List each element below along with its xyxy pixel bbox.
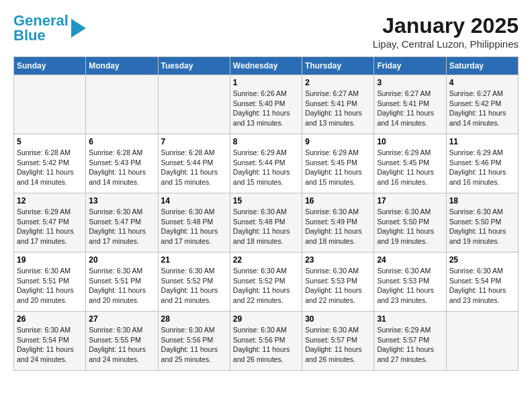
calendar-cell: 28 Sunrise: 6:30 AMSunset: 5:56 PMDaylig… bbox=[158, 312, 230, 371]
cell-info: Sunrise: 6:27 AMSunset: 5:41 PMDaylight:… bbox=[377, 89, 434, 127]
cell-info: Sunrise: 6:30 AMSunset: 5:57 PMDaylight:… bbox=[305, 326, 362, 363]
calendar-cell: 5 Sunrise: 6:28 AMSunset: 5:42 PMDayligh… bbox=[14, 134, 86, 193]
calendar-cell: 9 Sunrise: 6:29 AMSunset: 5:45 PMDayligh… bbox=[302, 134, 374, 193]
cell-info: Sunrise: 6:30 AMSunset: 5:49 PMDaylight:… bbox=[305, 208, 362, 245]
logo-text: General Blue bbox=[13, 13, 69, 43]
calendar-cell bbox=[158, 75, 230, 134]
day-number: 30 bbox=[305, 314, 371, 324]
day-number: 14 bbox=[161, 196, 227, 205]
calendar-table: SundayMondayTuesdayWednesdayThursdayFrid… bbox=[13, 56, 519, 371]
cell-info: Sunrise: 6:27 AMSunset: 5:41 PMDaylight:… bbox=[305, 89, 362, 127]
calendar-cell: 24 Sunrise: 6:30 AMSunset: 5:53 PMDaylig… bbox=[374, 253, 446, 312]
cell-info: Sunrise: 6:30 AMSunset: 5:54 PMDaylight:… bbox=[17, 326, 74, 363]
cell-info: Sunrise: 6:30 AMSunset: 5:48 PMDaylight:… bbox=[161, 208, 218, 245]
logo-blue: Blue bbox=[13, 27, 46, 44]
calendar-cell: 25 Sunrise: 6:30 AMSunset: 5:54 PMDaylig… bbox=[446, 253, 518, 312]
calendar-cell: 6 Sunrise: 6:28 AMSunset: 5:43 PMDayligh… bbox=[86, 134, 158, 193]
cell-info: Sunrise: 6:28 AMSunset: 5:43 PMDaylight:… bbox=[89, 148, 146, 186]
weekday-header-monday: Monday bbox=[86, 57, 158, 75]
day-number: 18 bbox=[449, 196, 515, 205]
day-number: 12 bbox=[17, 196, 83, 205]
cell-info: Sunrise: 6:29 AMSunset: 5:44 PMDaylight:… bbox=[233, 148, 290, 186]
calendar-cell: 8 Sunrise: 6:29 AMSunset: 5:44 PMDayligh… bbox=[230, 134, 302, 193]
cell-info: Sunrise: 6:29 AMSunset: 5:47 PMDaylight:… bbox=[17, 208, 74, 245]
calendar-cell: 13 Sunrise: 6:30 AMSunset: 5:47 PMDaylig… bbox=[86, 193, 158, 253]
day-number: 16 bbox=[305, 196, 371, 205]
calendar-week-row: 5 Sunrise: 6:28 AMSunset: 5:42 PMDayligh… bbox=[14, 134, 519, 193]
cell-info: Sunrise: 6:29 AMSunset: 5:57 PMDaylight:… bbox=[377, 326, 434, 363]
cell-info: Sunrise: 6:30 AMSunset: 5:55 PMDaylight:… bbox=[89, 326, 146, 363]
page-header: General Blue January 2025 Lipay, Central… bbox=[13, 13, 519, 50]
day-number: 31 bbox=[377, 314, 443, 324]
day-number: 17 bbox=[377, 196, 443, 205]
cell-info: Sunrise: 6:30 AMSunset: 5:53 PMDaylight:… bbox=[377, 267, 434, 304]
calendar-cell: 7 Sunrise: 6:28 AMSunset: 5:44 PMDayligh… bbox=[158, 134, 230, 193]
day-number: 26 bbox=[17, 314, 83, 324]
day-number: 28 bbox=[161, 314, 227, 324]
calendar-cell: 15 Sunrise: 6:30 AMSunset: 5:48 PMDaylig… bbox=[230, 193, 302, 253]
cell-info: Sunrise: 6:26 AMSunset: 5:40 PMDaylight:… bbox=[233, 89, 290, 127]
calendar-week-row: 1 Sunrise: 6:26 AMSunset: 5:40 PMDayligh… bbox=[14, 75, 519, 134]
weekday-header-thursday: Thursday bbox=[302, 57, 374, 75]
calendar-cell bbox=[446, 312, 518, 371]
calendar-cell: 14 Sunrise: 6:30 AMSunset: 5:48 PMDaylig… bbox=[158, 193, 230, 253]
weekday-header-sunday: Sunday bbox=[14, 57, 86, 75]
calendar-cell: 3 Sunrise: 6:27 AMSunset: 5:41 PMDayligh… bbox=[374, 75, 446, 134]
weekday-header-saturday: Saturday bbox=[446, 57, 518, 75]
calendar-cell: 10 Sunrise: 6:29 AMSunset: 5:45 PMDaylig… bbox=[374, 134, 446, 193]
calendar-cell: 27 Sunrise: 6:30 AMSunset: 5:55 PMDaylig… bbox=[86, 312, 158, 371]
day-number: 10 bbox=[377, 137, 443, 146]
day-number: 24 bbox=[377, 255, 443, 265]
cell-info: Sunrise: 6:30 AMSunset: 5:56 PMDaylight:… bbox=[233, 326, 290, 363]
calendar-cell: 29 Sunrise: 6:30 AMSunset: 5:56 PMDaylig… bbox=[230, 312, 302, 371]
day-number: 19 bbox=[17, 255, 83, 265]
calendar-cell bbox=[14, 75, 86, 134]
weekday-header-friday: Friday bbox=[374, 57, 446, 75]
day-number: 9 bbox=[305, 137, 371, 146]
calendar-cell: 31 Sunrise: 6:29 AMSunset: 5:57 PMDaylig… bbox=[374, 312, 446, 371]
logo: General Blue bbox=[13, 13, 86, 43]
cell-info: Sunrise: 6:29 AMSunset: 5:45 PMDaylight:… bbox=[377, 148, 434, 186]
day-number: 2 bbox=[305, 78, 371, 87]
cell-info: Sunrise: 6:29 AMSunset: 5:46 PMDaylight:… bbox=[449, 148, 506, 186]
day-number: 3 bbox=[377, 78, 443, 87]
weekday-header-row: SundayMondayTuesdayWednesdayThursdayFrid… bbox=[14, 57, 519, 75]
calendar-cell: 12 Sunrise: 6:29 AMSunset: 5:47 PMDaylig… bbox=[14, 193, 86, 253]
calendar-cell: 16 Sunrise: 6:30 AMSunset: 5:49 PMDaylig… bbox=[302, 193, 374, 253]
svg-marker-0 bbox=[71, 19, 86, 38]
cell-info: Sunrise: 6:30 AMSunset: 5:50 PMDaylight:… bbox=[377, 208, 434, 245]
page-title: January 2025 bbox=[373, 13, 519, 38]
cell-info: Sunrise: 6:30 AMSunset: 5:51 PMDaylight:… bbox=[89, 267, 146, 304]
cell-info: Sunrise: 6:28 AMSunset: 5:42 PMDaylight:… bbox=[17, 148, 74, 186]
cell-info: Sunrise: 6:30 AMSunset: 5:50 PMDaylight:… bbox=[449, 208, 506, 245]
calendar-cell: 19 Sunrise: 6:30 AMSunset: 5:51 PMDaylig… bbox=[14, 253, 86, 312]
calendar-cell: 11 Sunrise: 6:29 AMSunset: 5:46 PMDaylig… bbox=[446, 134, 518, 193]
day-number: 20 bbox=[89, 255, 154, 265]
cell-info: Sunrise: 6:30 AMSunset: 5:52 PMDaylight:… bbox=[233, 267, 290, 304]
day-number: 4 bbox=[449, 78, 515, 87]
day-number: 5 bbox=[17, 137, 83, 146]
cell-info: Sunrise: 6:27 AMSunset: 5:42 PMDaylight:… bbox=[449, 89, 506, 127]
calendar-cell: 4 Sunrise: 6:27 AMSunset: 5:42 PMDayligh… bbox=[446, 75, 518, 134]
calendar-cell: 23 Sunrise: 6:30 AMSunset: 5:53 PMDaylig… bbox=[302, 253, 374, 312]
cell-info: Sunrise: 6:30 AMSunset: 5:52 PMDaylight:… bbox=[161, 267, 218, 304]
calendar-cell: 18 Sunrise: 6:30 AMSunset: 5:50 PMDaylig… bbox=[446, 193, 518, 253]
cell-info: Sunrise: 6:30 AMSunset: 5:51 PMDaylight:… bbox=[17, 267, 74, 304]
day-number: 25 bbox=[449, 255, 515, 265]
day-number: 15 bbox=[233, 196, 299, 205]
calendar-week-row: 12 Sunrise: 6:29 AMSunset: 5:47 PMDaylig… bbox=[14, 193, 519, 253]
cell-info: Sunrise: 6:28 AMSunset: 5:44 PMDaylight:… bbox=[161, 148, 218, 186]
calendar-cell: 17 Sunrise: 6:30 AMSunset: 5:50 PMDaylig… bbox=[374, 193, 446, 253]
calendar-week-row: 26 Sunrise: 6:30 AMSunset: 5:54 PMDaylig… bbox=[14, 312, 519, 371]
calendar-cell: 26 Sunrise: 6:30 AMSunset: 5:54 PMDaylig… bbox=[14, 312, 86, 371]
calendar-cell: 30 Sunrise: 6:30 AMSunset: 5:57 PMDaylig… bbox=[302, 312, 374, 371]
cell-info: Sunrise: 6:30 AMSunset: 5:56 PMDaylight:… bbox=[161, 326, 218, 363]
day-number: 23 bbox=[305, 255, 371, 265]
day-number: 7 bbox=[161, 137, 227, 146]
weekday-header-tuesday: Tuesday bbox=[158, 57, 230, 75]
day-number: 21 bbox=[161, 255, 227, 265]
calendar-cell: 1 Sunrise: 6:26 AMSunset: 5:40 PMDayligh… bbox=[230, 75, 302, 134]
weekday-header-wednesday: Wednesday bbox=[230, 57, 302, 75]
calendar-cell bbox=[86, 75, 158, 134]
calendar-cell: 21 Sunrise: 6:30 AMSunset: 5:52 PMDaylig… bbox=[158, 253, 230, 312]
